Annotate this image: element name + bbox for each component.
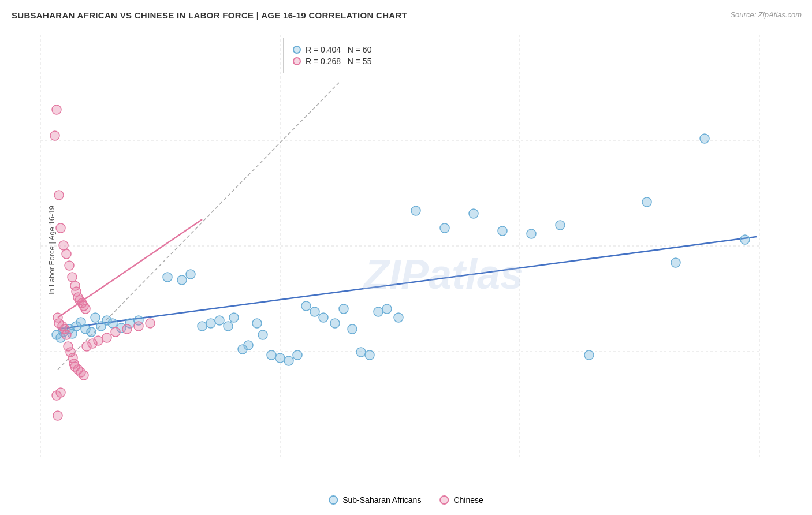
svg-point-37 — [177, 275, 187, 285]
chart-title: SUBSAHARAN AFRICAN VS CHINESE IN LABOR F… — [12, 10, 407, 20]
svg-point-54 — [319, 313, 328, 322]
svg-point-64 — [440, 223, 449, 233]
svg-point-29 — [91, 313, 100, 322]
svg-point-78 — [65, 261, 74, 270]
svg-point-77 — [62, 249, 71, 259]
svg-point-53 — [310, 307, 319, 316]
svg-point-61 — [382, 304, 392, 314]
svg-point-46 — [252, 319, 262, 328]
svg-point-52 — [301, 301, 311, 311]
svg-point-74 — [52, 105, 61, 114]
source-label: Source: ZipAtlas.com — [730, 10, 802, 19]
svg-point-104 — [54, 191, 64, 200]
svg-point-91 — [62, 330, 71, 339]
svg-point-62 — [394, 313, 403, 322]
svg-point-112 — [146, 319, 155, 328]
svg-point-57 — [348, 324, 357, 334]
svg-point-109 — [111, 327, 120, 337]
scatter-svg: 80.0% 60.0% 40.0% 20.0% 0.0% 20.0% 40.0%… — [40, 35, 760, 457]
x-legend-label-blue: Sub-Saharan Africans — [342, 495, 421, 505]
svg-point-72 — [700, 134, 709, 143]
svg-point-43 — [229, 313, 239, 322]
x-legend-blue: Sub-Saharan Africans — [329, 495, 421, 505]
x-legend-label-pink: Chinese — [453, 495, 483, 505]
svg-point-101 — [56, 388, 65, 397]
svg-point-49 — [275, 353, 285, 363]
svg-point-40 — [206, 319, 215, 328]
x-legend-pink: Chinese — [439, 495, 483, 505]
svg-point-60 — [374, 307, 383, 316]
svg-point-86 — [81, 304, 90, 314]
svg-point-71 — [671, 258, 680, 267]
svg-point-65 — [469, 209, 478, 218]
svg-point-110 — [122, 324, 132, 334]
chart-container: SUBSAHARAN AFRICAN VS CHINESE IN LABOR F… — [0, 0, 812, 515]
svg-point-66 — [498, 226, 507, 236]
svg-point-56 — [339, 304, 348, 314]
svg-point-47 — [258, 330, 267, 339]
svg-point-63 — [411, 206, 420, 215]
svg-point-32 — [108, 319, 117, 328]
svg-point-55 — [330, 319, 340, 328]
svg-point-68 — [556, 221, 565, 230]
svg-point-67 — [527, 229, 536, 238]
svg-point-107 — [94, 336, 103, 345]
svg-point-39 — [198, 322, 207, 331]
svg-point-42 — [224, 322, 233, 331]
svg-point-70 — [642, 197, 651, 207]
svg-point-73 — [740, 235, 750, 244]
svg-point-36 — [163, 273, 172, 282]
svg-point-48 — [267, 350, 276, 360]
svg-point-111 — [134, 322, 143, 331]
svg-point-28 — [87, 327, 96, 337]
svg-point-103 — [50, 131, 59, 140]
svg-point-38 — [186, 270, 195, 279]
svg-point-79 — [68, 273, 77, 282]
x-legend-dot-pink — [439, 495, 449, 505]
svg-point-108 — [102, 333, 111, 342]
svg-point-99 — [79, 371, 88, 380]
svg-text:ZIPatlas: ZIPatlas — [363, 251, 523, 297]
svg-point-45 — [244, 341, 253, 350]
x-legend-dot-blue — [329, 495, 338, 505]
svg-point-69 — [584, 350, 594, 360]
svg-point-50 — [284, 356, 293, 365]
x-legend: Sub-Saharan Africans Chinese — [329, 495, 483, 505]
svg-point-75 — [56, 223, 65, 233]
svg-point-58 — [356, 348, 366, 357]
svg-point-59 — [365, 350, 374, 360]
svg-point-41 — [215, 316, 224, 325]
svg-point-102 — [53, 411, 62, 420]
svg-point-51 — [293, 350, 302, 360]
svg-point-76 — [59, 241, 68, 250]
